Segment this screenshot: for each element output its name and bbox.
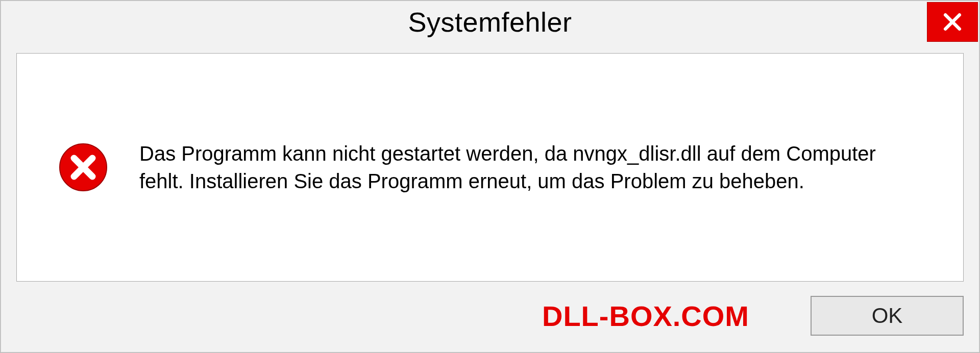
footer: DLL-BOX.COM OK xyxy=(1,282,979,352)
ok-button[interactable]: OK xyxy=(811,296,964,336)
ok-button-label: OK xyxy=(872,304,903,328)
dialog-title: Systemfehler xyxy=(408,6,572,38)
error-dialog: Systemfehler Das Programm kann nicht ges… xyxy=(1,1,979,352)
close-button[interactable] xyxy=(927,2,978,42)
content-box: Das Programm kann nicht gestartet werden… xyxy=(16,53,964,282)
watermark-text: DLL-BOX.COM xyxy=(542,299,749,333)
titlebar: Systemfehler xyxy=(1,1,979,46)
close-icon xyxy=(941,10,964,34)
error-icon xyxy=(58,142,109,193)
error-message: Das Programm kann nicht gestartet werden… xyxy=(139,140,905,195)
